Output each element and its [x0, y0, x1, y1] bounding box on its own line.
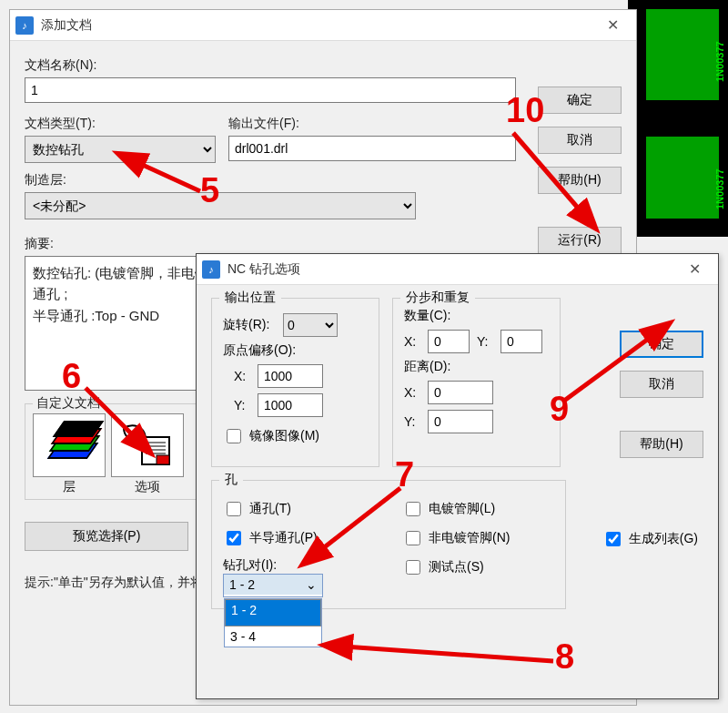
mirror-label: 镜像图像(M): [249, 428, 319, 444]
chevron-down-icon: ⌄: [306, 577, 317, 592]
gen-list-checkbox[interactable]: [606, 532, 621, 546]
options-button[interactable]: [111, 413, 184, 477]
holes-group: 孔 通孔(T) 半导通孔(P) 钻孔对(I): 1 - 2⌄ 1 - 2 3 -…: [211, 480, 566, 609]
y-label: Y:: [477, 334, 493, 349]
distance-label: 距离(D):: [404, 359, 549, 375]
group-title: 输出位置: [219, 290, 281, 306]
app-icon: ♪: [202, 260, 220, 279]
layers-caption: 层: [33, 479, 106, 495]
dialog-title: 添加文档: [41, 17, 594, 34]
gen-list-label: 生成列表(G): [629, 531, 698, 547]
titlebar[interactable]: ♪ NC 钻孔选项 ✕: [197, 254, 718, 285]
drill-pair-dropdown: 1 - 2 3 - 4: [224, 598, 322, 647]
group-title: 孔: [219, 472, 243, 488]
ok-button[interactable]: 确定: [620, 331, 703, 358]
run-button[interactable]: 运行(R): [538, 227, 622, 254]
group-title: 分步和重复: [400, 290, 475, 306]
plated-label: 电镀管脚(L): [429, 501, 495, 517]
nonplated-label: 非电镀管脚(N): [429, 530, 510, 546]
options-caption: 选项: [111, 479, 184, 495]
drill-pair-option[interactable]: 3 - 4: [225, 626, 321, 647]
rotation-select[interactable]: 0: [283, 313, 338, 337]
through-checkbox[interactable]: [227, 502, 241, 516]
layers-button[interactable]: [33, 413, 106, 477]
pcb-background: 1N00377 1N00377: [628, 0, 728, 237]
cancel-button[interactable]: 取消: [538, 127, 622, 154]
x-label: X:: [404, 334, 420, 349]
testpoint-checkbox[interactable]: [406, 560, 420, 575]
svg-rect-5: [157, 455, 169, 464]
plated-checkbox[interactable]: [406, 502, 420, 516]
drill-pair-label: 钻孔对(I):: [223, 557, 375, 574]
preview-button[interactable]: 预览选择(P): [25, 522, 188, 551]
origin-x-input[interactable]: [258, 364, 323, 388]
drill-pair-option[interactable]: 1 - 2: [225, 599, 321, 626]
nc-drill-options-dialog: ♪ NC 钻孔选项 ✕ 输出位置 旋转(R): 0 原点偏移(O): X: Y:: [196, 253, 719, 699]
partial-label: 半导通孔(P): [249, 530, 318, 546]
mirror-checkbox[interactable]: [227, 429, 241, 443]
summary-label: 摘要:: [25, 236, 516, 252]
hand-sheet-icon: [120, 423, 175, 468]
output-file-label: 输出文件(F):: [228, 116, 516, 132]
output-position-group: 输出位置 旋转(R): 0 原点偏移(O): X: Y: 镜像图像(M): [211, 298, 379, 467]
doc-type-select[interactable]: 数控钻孔: [25, 136, 216, 163]
qty-x-input[interactable]: [428, 330, 470, 353]
close-icon[interactable]: ✕: [676, 256, 713, 283]
ok-button[interactable]: 确定: [538, 87, 622, 114]
custom-doc-group: 自定义文档: [25, 403, 207, 500]
fab-layer-select[interactable]: <未分配>: [25, 192, 416, 219]
rotation-label: 旋转(R):: [223, 317, 276, 333]
origin-y-input[interactable]: [258, 393, 323, 417]
output-file-input[interactable]: [228, 136, 516, 161]
component-label: 1N00377: [714, 168, 725, 209]
doc-name-label: 文档名称(N):: [25, 57, 516, 74]
cancel-button[interactable]: 取消: [620, 371, 703, 398]
through-label: 通孔(T): [249, 501, 291, 517]
doc-type-label: 文档类型(T):: [25, 116, 216, 132]
origin-offset-label: 原点偏移(O):: [223, 342, 368, 359]
custom-doc-label: 自定义文档: [33, 395, 104, 412]
doc-name-input[interactable]: [25, 77, 516, 103]
testpoint-label: 测试点(S): [429, 559, 484, 575]
dialog-title: NC 钻孔选项: [228, 261, 676, 278]
y-label: Y:: [404, 414, 420, 429]
x-label: X:: [404, 385, 420, 400]
qty-y-input[interactable]: [500, 330, 542, 353]
help-button[interactable]: 帮助(H): [538, 167, 622, 194]
y-label: Y:: [234, 398, 250, 413]
fab-layer-label: 制造层:: [25, 172, 516, 188]
dist-y-input[interactable]: [428, 410, 493, 433]
component-label: 1N00377: [714, 41, 725, 82]
step-repeat-group: 分步和重复 数量(C): X: Y: 距离(D): X: Y:: [392, 298, 561, 467]
partial-checkbox[interactable]: [227, 531, 241, 545]
titlebar[interactable]: ♪ 添加文档 ✕: [10, 10, 636, 41]
help-button[interactable]: 帮助(H): [620, 431, 703, 458]
app-icon: ♪: [15, 16, 34, 35]
drill-pair-select[interactable]: 1 - 2⌄ 1 - 2 3 - 4: [223, 574, 323, 597]
layers-icon: [42, 423, 96, 468]
close-icon[interactable]: ✕: [594, 12, 631, 39]
nonplated-checkbox[interactable]: [406, 531, 420, 545]
dist-x-input[interactable]: [428, 381, 493, 404]
x-label: X:: [234, 369, 250, 383]
quantity-label: 数量(C):: [404, 308, 549, 324]
drill-pair-value: 1 - 2: [229, 577, 255, 592]
